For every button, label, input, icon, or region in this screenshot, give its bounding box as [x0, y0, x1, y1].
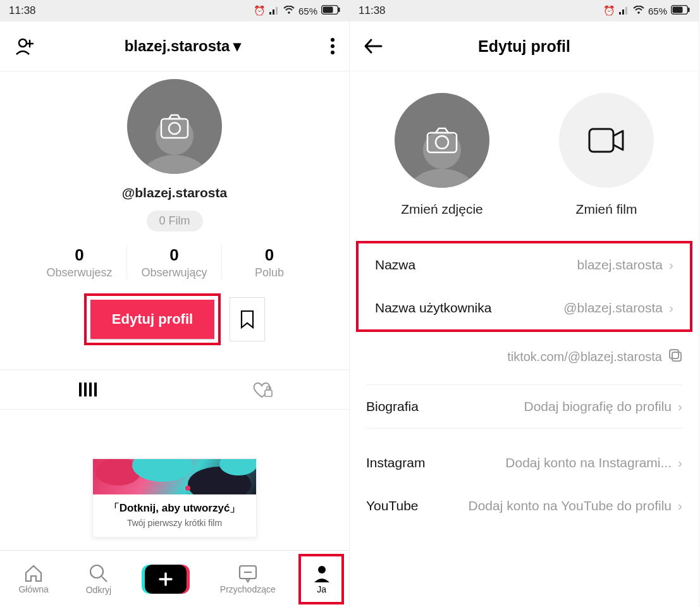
- svg-rect-28: [619, 12, 621, 15]
- nav-me[interactable]: Ja: [309, 561, 335, 597]
- svg-rect-2: [276, 7, 278, 15]
- nav-inbox-label: Przychodzące: [220, 584, 276, 594]
- row-instagram-key: Instagram: [366, 455, 425, 470]
- battery-icon: [321, 5, 340, 16]
- create-first-video-prompt[interactable]: 「Dotknij, aby utworzyć」 Twój pierwszy kr…: [92, 458, 257, 537]
- inbox-icon: [238, 564, 258, 583]
- svg-rect-5: [338, 8, 340, 12]
- battery-percent: 65%: [298, 6, 317, 16]
- nav-discover[interactable]: Odkryj: [82, 561, 115, 598]
- stats-row: 0 Obserwujesz 0 Obserwujący 0 Polub: [32, 245, 317, 279]
- nav-home[interactable]: Główna: [15, 561, 52, 597]
- highlight-name-rows: Nazwa blazej.starosta › Nazwa użytkownik…: [356, 241, 692, 332]
- nav-inbox[interactable]: Przychodzące: [216, 561, 279, 597]
- tab-posts-grid[interactable]: [0, 370, 175, 409]
- stat-following-label: Obserwujesz: [36, 266, 123, 279]
- add-friends-icon[interactable]: [14, 35, 35, 57]
- change-video[interactable]: Zmień film: [559, 93, 654, 217]
- more-options-icon[interactable]: [330, 37, 335, 55]
- videos-count-pill[interactable]: 0 Film: [147, 211, 203, 231]
- plus-icon: [157, 571, 174, 587]
- battery-icon: [671, 5, 690, 16]
- svg-rect-15: [79, 383, 82, 396]
- profile-url-text: tiktok.com/@blazej.starosta: [507, 350, 662, 364]
- svg-rect-40: [672, 352, 681, 361]
- nav-home-label: Główna: [18, 584, 48, 594]
- alarm-icon: ⏰: [254, 5, 266, 16]
- camera-icon: [160, 114, 189, 139]
- svg-rect-30: [625, 7, 627, 15]
- profile-screen: 11:38 ⏰ 65% blazej.starosta ▾: [0, 0, 350, 607]
- prompt-art: [93, 459, 256, 494]
- stat-followers[interactable]: 0 Obserwujący: [127, 245, 222, 279]
- bookmark-icon: [240, 310, 255, 329]
- svg-rect-1: [273, 9, 274, 15]
- settings-list: Nazwa blazej.starosta › Nazwa użytkownik…: [350, 241, 699, 527]
- svg-rect-0: [269, 12, 271, 15]
- chevron-right-icon: ›: [678, 399, 682, 414]
- edit-profile-button[interactable]: Edytuj profil: [90, 300, 214, 339]
- tab-liked-locked[interactable]: [175, 370, 349, 409]
- wifi-icon: [283, 6, 295, 16]
- svg-rect-17: [89, 383, 92, 396]
- nav-create-button[interactable]: [145, 565, 187, 594]
- chevron-right-icon: ›: [669, 300, 673, 316]
- stat-following[interactable]: 0 Obserwujesz: [32, 245, 127, 279]
- svg-rect-18: [94, 383, 97, 396]
- svg-point-10: [331, 51, 335, 54]
- profile-avatar[interactable]: [127, 79, 222, 174]
- svg-point-31: [637, 11, 640, 14]
- svg-point-9: [331, 44, 335, 48]
- profile-area: @blazej.starosta 0 Film 0 Obserwujesz 0 …: [0, 71, 349, 345]
- edit-profile-screen: 11:38 ⏰ 65% Edytuj profil: [350, 0, 699, 607]
- prompt-subtitle: Twój pierwszy krótki film: [93, 518, 256, 528]
- bottom-nav: Główna Odkryj Przychodzące Ja: [0, 550, 349, 607]
- stat-followers-count: 0: [131, 245, 218, 265]
- camera-icon: [426, 126, 458, 154]
- svg-rect-41: [670, 350, 679, 359]
- chevron-right-icon: ›: [678, 455, 682, 470]
- stat-likes[interactable]: 0 Polub: [222, 245, 317, 279]
- highlight-edit-button: Edytuj profil: [84, 293, 221, 345]
- username-dropdown[interactable]: blazej.starosta ▾: [125, 37, 242, 55]
- status-right: ⏰ 65%: [603, 5, 690, 16]
- svg-point-14: [169, 123, 180, 134]
- svg-point-21: [132, 459, 193, 482]
- stat-likes-count: 0: [226, 245, 313, 265]
- row-name-value: blazej.starosta: [577, 257, 663, 273]
- row-youtube[interactable]: YouTube Dodaj konto na YouTube do profil…: [350, 484, 699, 527]
- row-username[interactable]: Nazwa użytkownika @blazej.starosta ›: [359, 286, 690, 329]
- content-tabs: [0, 369, 349, 410]
- row-bio-key: Biografia: [366, 399, 419, 414]
- row-instagram-value: Dodaj konto na Instagrami...: [505, 455, 672, 470]
- svg-rect-16: [84, 383, 87, 396]
- alarm-icon: ⏰: [603, 5, 615, 16]
- svg-point-7: [19, 39, 27, 47]
- svg-point-3: [288, 11, 290, 14]
- row-instagram[interactable]: Instagram Dodaj konto na Instagrami... ›: [350, 441, 699, 484]
- wifi-icon: [633, 6, 644, 16]
- row-name[interactable]: Nazwa blazej.starosta ›: [359, 243, 690, 286]
- bookmark-button[interactable]: [230, 297, 265, 341]
- edit-row: Edytuj profil: [84, 293, 265, 345]
- svg-rect-19: [265, 390, 272, 396]
- home-icon: [23, 564, 44, 583]
- svg-rect-29: [622, 9, 624, 15]
- prompt-title: 「Dotknij, aby utworzyć」: [93, 501, 256, 515]
- profile-url-row[interactable]: tiktok.com/@blazej.starosta: [350, 332, 699, 384]
- row-youtube-value: Dodaj konto na YouTube do profilu: [469, 498, 672, 513]
- svg-point-25: [90, 565, 103, 578]
- photo-circle: [395, 93, 489, 188]
- change-photo[interactable]: Zmień zdjęcie: [395, 93, 489, 217]
- grid-icon: [78, 381, 97, 398]
- battery-percent: 65%: [648, 6, 667, 16]
- change-video-label: Zmień film: [576, 202, 637, 217]
- status-bar: 11:38 ⏰ 65%: [350, 0, 699, 21]
- row-name-key: Nazwa: [375, 257, 415, 273]
- media-row: Zmień zdjęcie Zmień film: [350, 93, 699, 217]
- caret-down-icon: ▾: [233, 37, 241, 55]
- back-button[interactable]: [364, 38, 383, 54]
- person-icon: [313, 564, 331, 583]
- row-bio[interactable]: Biografia Dodaj biografię do profilu ›: [350, 385, 699, 428]
- profile-header: blazej.starosta ▾: [0, 21, 349, 71]
